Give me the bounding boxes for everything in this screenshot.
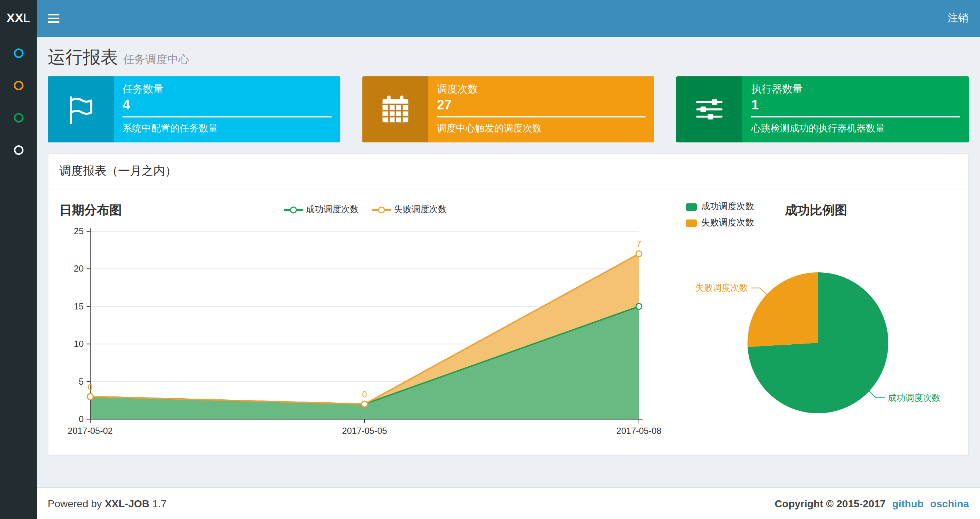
app-logo[interactable]: XXL xyxy=(0,0,37,37)
svg-text:2017-05-02: 2017-05-02 xyxy=(68,426,113,436)
page-title: 运行报表任务调度中心 xyxy=(48,46,969,69)
svg-text:7: 7 xyxy=(636,239,641,249)
logout-link[interactable]: 注销 xyxy=(948,12,968,25)
svg-text:25: 25 xyxy=(74,226,84,236)
sidebar-item-2[interactable] xyxy=(0,69,37,101)
navbar-right: 注销 xyxy=(936,0,980,37)
flag-icon xyxy=(48,76,114,142)
logo-bold-text: XX xyxy=(6,11,23,26)
stat-value: 1 xyxy=(751,96,960,114)
github-link[interactable]: github xyxy=(892,498,924,509)
oschina-link[interactable]: oschina xyxy=(930,498,969,509)
stat-value: 27 xyxy=(437,96,646,114)
page-title-text: 运行报表 xyxy=(48,47,118,67)
stat-title: 任务数量 xyxy=(123,82,331,96)
line-legend-marker-icon xyxy=(284,205,303,214)
copyright-text: Copyright © 2015-2017 xyxy=(775,498,885,509)
calendar-icon xyxy=(362,76,428,142)
stat-description: 调度中心触发的调度次数 xyxy=(437,122,646,134)
stat-cards-row: 任务数量 4 系统中配置的任务数量 xyxy=(37,76,980,142)
sidebar-item-4[interactable] xyxy=(0,134,37,166)
pie-chart-title: 成功比例图 xyxy=(785,202,847,219)
svg-text:成功调度次数: 成功调度次数 xyxy=(888,393,941,402)
panel-title: 调度报表（一月之内） xyxy=(48,154,968,189)
success-ratio-pie-chart: 成功调度次数失败调度次数 xyxy=(686,234,959,444)
top-navbar: XXL 注销 xyxy=(0,0,980,37)
svg-text:5: 5 xyxy=(79,377,84,386)
powered-by: Powered by XXL-JOB 1.7 xyxy=(48,498,167,509)
stat-card-trigger-count: 调度次数 27 调度中心触发的调度次数 xyxy=(362,76,654,142)
svg-text:失败调度次数: 失败调度次数 xyxy=(695,283,748,292)
legend-item-success[interactable]: 成功调度次数 xyxy=(284,203,359,216)
svg-text:20: 20 xyxy=(74,263,84,273)
date-distribution-section: 日期分布图 成功调度次数 xyxy=(59,200,671,444)
svg-text:0: 0 xyxy=(88,382,92,392)
stat-title: 执行器数量 xyxy=(751,82,960,96)
line-legend-marker-icon xyxy=(372,205,391,214)
app-version: 1.7 xyxy=(152,498,167,509)
stat-card-content: 任务数量 4 系统中配置的任务数量 xyxy=(114,76,340,142)
circle-icon xyxy=(14,145,23,155)
sidebar-toggle-button[interactable] xyxy=(37,0,70,37)
success-ratio-section: 成功调度次数 失败调度次数 成功比例图 成功调度次数失败调度次数 xyxy=(671,200,959,444)
stat-description: 心跳检测成功的执行器机器数量 xyxy=(751,122,960,134)
sliders-icon xyxy=(677,76,743,142)
report-panel: 调度报表（一月之内） 日期分布图 成功调度次数 xyxy=(48,153,969,456)
svg-text:0: 0 xyxy=(79,414,84,424)
pie-chart-header: 成功调度次数 失败调度次数 成功比例图 xyxy=(686,200,959,234)
content-wrapper: 运行报表任务调度中心 任务数量 4 系统中配置的任务数量 xyxy=(37,37,980,487)
date-distribution-chart: 05101520252017-05-022017-05-052017-05-08… xyxy=(59,222,668,444)
logo-light-text: L xyxy=(23,11,30,26)
hamburger-icon xyxy=(48,14,59,15)
divider xyxy=(437,116,646,117)
stat-card-executor-count: 执行器数量 1 心跳检测成功的执行器机器数量 xyxy=(677,76,969,142)
svg-text:10: 10 xyxy=(74,339,84,349)
line-chart-header: 日期分布图 成功调度次数 xyxy=(59,200,671,222)
line-chart-title: 日期分布图 xyxy=(59,202,122,219)
legend-label: 失败调度次数 xyxy=(394,203,447,216)
svg-text:0: 0 xyxy=(362,390,367,399)
app-name: XXL-JOB xyxy=(105,498,149,509)
sidebar xyxy=(0,0,37,519)
svg-text:2017-05-05: 2017-05-05 xyxy=(342,426,387,436)
legend-item-fail[interactable]: 失败调度次数 xyxy=(372,203,447,216)
sidebar-item-3[interactable] xyxy=(0,101,37,134)
copyright-area: Copyright © 2015-2017 github oschina xyxy=(775,498,969,509)
line-chart-legend: 成功调度次数 失败调度次数 xyxy=(284,203,447,216)
page-subtitle: 任务调度中心 xyxy=(123,53,189,65)
legend-label: 失败调度次数 xyxy=(701,217,754,229)
pie-legend-swatch-icon xyxy=(686,219,697,227)
powered-by-label: Powered by xyxy=(48,498,102,509)
stat-card-content: 调度次数 27 调度中心触发的调度次数 xyxy=(428,76,654,142)
svg-text:2017-05-08: 2017-05-08 xyxy=(617,426,662,436)
svg-text:15: 15 xyxy=(74,301,84,311)
panel-body: 日期分布图 成功调度次数 xyxy=(48,189,968,455)
content-header: 运行报表任务调度中心 xyxy=(37,37,980,69)
legend-label: 成功调度次数 xyxy=(306,203,359,216)
divider xyxy=(751,116,960,117)
page-footer: Powered by XXL-JOB 1.7 Copyright © 2015-… xyxy=(37,487,980,519)
sidebar-item-1[interactable] xyxy=(0,37,37,69)
divider xyxy=(123,116,331,117)
circle-icon xyxy=(14,113,23,122)
app-root: XXL 注销 运行报表任务调度中心 xyxy=(0,0,980,519)
stat-value: 4 xyxy=(123,96,331,114)
stat-card-content: 执行器数量 1 心跳检测成功的执行器机器数量 xyxy=(743,76,969,142)
circle-icon xyxy=(14,48,23,57)
stat-title: 调度次数 xyxy=(437,82,646,96)
circle-icon xyxy=(14,80,23,90)
stat-card-job-count: 任务数量 4 系统中配置的任务数量 xyxy=(48,76,340,142)
pie-legend-swatch-icon xyxy=(686,203,697,210)
stat-description: 系统中配置的任务数量 xyxy=(123,122,331,134)
legend-label: 成功调度次数 xyxy=(701,200,754,213)
